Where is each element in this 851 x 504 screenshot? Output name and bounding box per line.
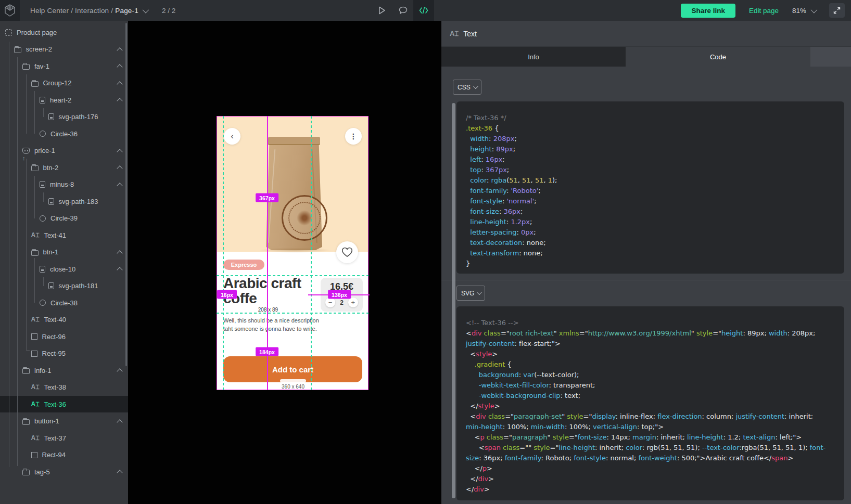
tree-indent-guide bbox=[34, 258, 35, 303]
layer-label: screen-2 bbox=[26, 45, 53, 53]
layer-item-text-36[interactable]: A⌶Text-36 bbox=[0, 396, 128, 412]
logo-cube-icon bbox=[4, 4, 16, 17]
tab-info[interactable]: Info bbox=[441, 47, 626, 67]
chevron-up-icon[interactable] bbox=[117, 368, 122, 374]
design-canvas[interactable]: ‹ ⋮ Expresso Arabic craft coffe 16.5€ − … bbox=[128, 21, 441, 504]
circle-icon bbox=[40, 215, 46, 222]
chevron-up-icon[interactable] bbox=[117, 165, 122, 171]
layer-item-svg-path-181[interactable]: svg-path-181 bbox=[0, 278, 128, 294]
css-format-select[interactable]: CSS bbox=[453, 80, 481, 95]
comment-button[interactable] bbox=[392, 0, 413, 21]
layer-item-rect-96[interactable]: Rect-96 bbox=[0, 328, 128, 345]
chevron-up-icon[interactable] bbox=[117, 183, 122, 188]
app-logo[interactable] bbox=[0, 0, 20, 21]
topbar-right: Share link Edit page 81% bbox=[681, 0, 845, 21]
layer-item-rect-95[interactable]: Rect-95 bbox=[0, 345, 128, 362]
layer-item-minus-8[interactable]: minus-8 bbox=[0, 176, 128, 193]
layer-item-heart-2[interactable]: heart-2 bbox=[0, 92, 128, 108]
layer-label: heart-2 bbox=[50, 96, 71, 104]
chevron-up-icon[interactable] bbox=[117, 419, 122, 425]
code-view-button[interactable] bbox=[413, 0, 434, 21]
chevron-up-icon[interactable] bbox=[117, 250, 122, 256]
svg-code-line: justify-content: flex-start;"> bbox=[466, 339, 837, 349]
layer-item-fav-1[interactable]: fav-1 bbox=[0, 58, 128, 74]
layer-item-price-1[interactable]: price-1↑ bbox=[0, 143, 128, 159]
layer-item-svg-path-176[interactable]: svg-path-176 bbox=[0, 109, 128, 125]
inspector-panel: A⌶ Text Info Code CSS /* Text-36 */.text… bbox=[441, 21, 851, 504]
coffee-bag-image bbox=[264, 134, 324, 251]
measurement-badge-bottom: 184px bbox=[256, 347, 278, 356]
measurement-badge-right: 136px bbox=[328, 290, 351, 299]
css-code-block[interactable]: /* Text-36 */.text-36 { width: 208px; he… bbox=[456, 101, 844, 274]
minus-button[interactable]: − bbox=[325, 298, 335, 307]
coffee-stamp-logo bbox=[282, 195, 327, 241]
chevron-up-icon[interactable] bbox=[117, 149, 122, 154]
breadcrumb[interactable]: Help Center / Interaction / Page-1 bbox=[30, 7, 147, 15]
layer-item-button-1[interactable]: button-1 bbox=[0, 413, 128, 430]
edit-page-link[interactable]: Edit page bbox=[749, 7, 779, 15]
layer-item-circle-36[interactable]: Circle-36 bbox=[0, 125, 128, 142]
layer-item-rect-94[interactable]: Rect-94 bbox=[0, 447, 128, 463]
chevron-up-icon[interactable] bbox=[117, 64, 122, 70]
svg-format-select[interactable]: SVG bbox=[456, 286, 485, 301]
svg-code-line: </div> bbox=[466, 484, 837, 495]
layer-label: fav-1 bbox=[34, 62, 49, 70]
svg-code-line: <div class="paragraph-set" style="displa… bbox=[466, 411, 837, 422]
tree-indent-guide bbox=[9, 42, 9, 467]
layer-item-text-37[interactable]: A⌶Text-37 bbox=[0, 430, 128, 446]
layer-item-text-41[interactable]: A⌶Text-41 bbox=[0, 227, 128, 243]
more-options-button[interactable]: ⋮ bbox=[345, 128, 362, 145]
breadcrumb-path: Help Center / Interaction / bbox=[30, 7, 113, 15]
layer-item-text-40[interactable]: A⌶Text-40 bbox=[0, 312, 128, 328]
layer-item-info-1[interactable]: info-1 bbox=[0, 362, 128, 379]
layer-item-close-10[interactable]: close-10 bbox=[0, 261, 128, 277]
add-to-cart-button[interactable]: Add to cart bbox=[223, 356, 362, 382]
tree-indent-guide bbox=[34, 91, 35, 134]
layer-label: Text-38 bbox=[44, 383, 66, 391]
layer-label: Rect-94 bbox=[42, 451, 66, 459]
back-button[interactable]: ‹ bbox=[224, 128, 240, 145]
zoom-control[interactable]: 81% bbox=[792, 7, 816, 15]
panel-scrollbar[interactable] bbox=[452, 103, 455, 498]
chevron-up-icon[interactable] bbox=[117, 267, 122, 273]
svg-code-line: background: var(--text-color); bbox=[466, 370, 837, 380]
quantity-stepper: − 2 + bbox=[321, 298, 363, 307]
chevron-up-icon[interactable] bbox=[117, 81, 122, 87]
chevron-up-icon[interactable] bbox=[117, 47, 122, 53]
css-code-line: font-style: 'normal'; bbox=[466, 196, 837, 206]
layer-item-svg-path-183[interactable]: svg-path-183 bbox=[0, 193, 128, 210]
plus-button[interactable]: + bbox=[348, 298, 358, 307]
layer-item-screen-2[interactable]: screen-2 bbox=[0, 41, 128, 58]
tree-indent-guide bbox=[43, 277, 44, 286]
play-button[interactable] bbox=[372, 0, 392, 21]
chevron-up-icon[interactable] bbox=[117, 470, 122, 475]
layer-item-tag-5[interactable]: tag-5 bbox=[0, 463, 128, 480]
layer-item-product page[interactable]: Product page bbox=[0, 24, 128, 41]
css-code-line: top: 367px; bbox=[466, 165, 837, 175]
product-page-mockup[interactable]: ‹ ⋮ Expresso Arabic craft coffe 16.5€ − … bbox=[217, 116, 369, 390]
favorite-button[interactable] bbox=[336, 241, 358, 263]
layer-item-circle-39[interactable]: Circle-39 bbox=[0, 210, 128, 227]
tab-code[interactable]: Code bbox=[626, 47, 810, 67]
layer-item-btn-1[interactable]: btn-1 bbox=[0, 244, 128, 261]
tree-indent-guide bbox=[43, 192, 44, 202]
fullscreen-button[interactable] bbox=[829, 3, 845, 18]
folder-icon bbox=[31, 81, 39, 87]
panel-tabs: Info Code bbox=[441, 47, 851, 67]
chevron-down-icon bbox=[473, 84, 478, 89]
sidebar-scrollbar[interactable] bbox=[125, 23, 127, 366]
expand-icon bbox=[833, 7, 841, 14]
category-tag[interactable]: Expresso bbox=[223, 260, 264, 270]
panel-divider bbox=[441, 280, 851, 280]
svg-code-block[interactable]: <!-- Text-36 --><div class="root rich-te… bbox=[456, 306, 844, 500]
tree-indent-guide bbox=[43, 108, 44, 117]
chevron-up-icon[interactable] bbox=[117, 98, 122, 104]
rect-icon bbox=[31, 333, 37, 340]
layer-item-text-38[interactable]: A⌶Text-38 bbox=[0, 379, 128, 396]
layer-item-circle-38[interactable]: Circle-38 bbox=[0, 294, 128, 311]
layer-item-group-12[interactable]: Group-12 bbox=[0, 75, 128, 92]
share-link-button[interactable]: Share link bbox=[681, 4, 735, 18]
layer-item-btn-2[interactable]: btn-2 bbox=[0, 159, 128, 176]
back-chevron-icon: ‹ bbox=[231, 131, 234, 141]
heart-icon bbox=[341, 247, 353, 257]
